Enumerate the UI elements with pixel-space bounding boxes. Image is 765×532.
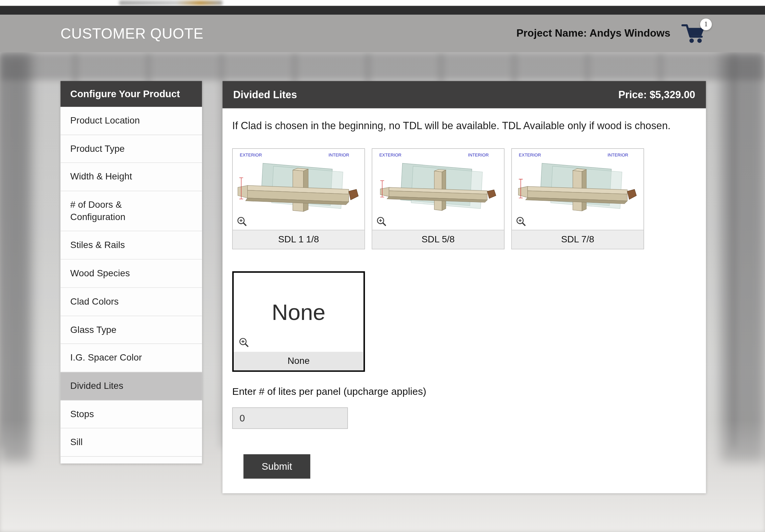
option-card-sdl-7-8[interactable]: EXTERIOR INTERIOR SDL 7/8 xyxy=(511,149,644,250)
interior-label: INTERIOR xyxy=(329,153,349,158)
sdl-drawing: EXTERIOR INTERIOR xyxy=(233,149,365,230)
background-left-frame xyxy=(0,53,31,462)
lites-per-panel-input[interactable] xyxy=(232,407,348,429)
sdl-drawing: EXTERIOR INTERIOR xyxy=(512,149,643,230)
none-display-text: None xyxy=(272,299,325,325)
sdl-drawing: EXTERIOR INTERIOR xyxy=(372,149,504,230)
sdl-options-row: EXTERIOR INTERIOR SDL 1 1/8 xyxy=(232,149,695,250)
option-label: SDL 1 1/8 xyxy=(233,230,365,249)
option-label: None xyxy=(234,352,364,370)
sidebar-title: Configure Your Product xyxy=(61,81,202,107)
project-name-label: Project Name: Andys Windows xyxy=(516,27,670,40)
sidebar-item-ig-spacer-color[interactable]: I.G. Spacer Color xyxy=(61,344,202,372)
option-card-sdl-5-8[interactable]: EXTERIOR INTERIOR SDL 5/8 xyxy=(372,149,505,250)
exterior-label: EXTERIOR xyxy=(240,153,262,158)
site-logo xyxy=(119,0,223,5)
exterior-label: EXTERIOR xyxy=(519,153,541,158)
cart-button[interactable]: 1 xyxy=(681,22,707,45)
panel-title: Divided Lites xyxy=(233,89,297,101)
header-bar: CUSTOMER QUOTE Project Name: Andys Windo… xyxy=(0,15,765,52)
sdl-cross-section-drawing: EXTERIOR INTERIOR xyxy=(512,149,643,230)
sidebar-items: Product Location Product Type Width & He… xyxy=(61,107,202,463)
exterior-label: EXTERIOR xyxy=(379,153,401,158)
sidebar-item-width-height[interactable]: Width & Height xyxy=(61,163,202,192)
page: CUSTOMER QUOTE Project Name: Andys Windo… xyxy=(0,0,765,532)
cart-count-badge: 1 xyxy=(700,18,712,30)
tdl-description: If Clad is chosen in the beginning, no T… xyxy=(232,119,681,134)
sidebar-item-wood-species[interactable]: Wood Species xyxy=(61,260,202,288)
sidebar-item-stops[interactable]: Stops xyxy=(61,400,202,429)
divided-lites-panel: Divided Lites Price: $5,329.00 If Clad i… xyxy=(222,81,706,493)
sidebar-item-product-type[interactable]: Product Type xyxy=(61,135,202,164)
zoom-in-icon[interactable] xyxy=(516,217,526,227)
sidebar-item-stiles-rails[interactable]: Stiles & Rails xyxy=(61,232,202,260)
panel-body: If Clad is chosen in the beginning, no T… xyxy=(222,108,706,493)
sidebar-item-product-location[interactable]: Product Location xyxy=(61,107,202,135)
submit-button[interactable]: Submit xyxy=(243,454,310,479)
configure-sidebar: Configure Your Product Product Location … xyxy=(61,81,202,463)
price-label: Price: $5,329.00 xyxy=(618,89,695,101)
top-dark-bar xyxy=(0,6,765,15)
interior-label: INTERIOR xyxy=(607,153,628,158)
zoom-in-icon[interactable] xyxy=(239,337,249,348)
option-label: SDL 5/8 xyxy=(372,230,504,249)
sidebar-item-glass-type[interactable]: Glass Type xyxy=(61,316,202,344)
interior-label: INTERIOR xyxy=(468,153,489,158)
sidebar-item-divided-lites[interactable]: Divided Lites xyxy=(61,372,202,400)
sdl-cross-section-drawing: EXTERIOR INTERIOR xyxy=(372,149,504,230)
lites-per-panel-label: Enter # of lites per panel (upcharge app… xyxy=(232,385,695,397)
sidebar-item-doors-configuration[interactable]: # of Doors & Configuration xyxy=(61,192,202,232)
option-card-sdl-1-1-8[interactable]: EXTERIOR INTERIOR SDL 1 1/8 xyxy=(232,149,365,250)
panel-header: Divided Lites Price: $5,329.00 xyxy=(222,81,706,108)
sdl-cross-section-drawing: EXTERIOR INTERIOR xyxy=(233,149,365,230)
zoom-in-icon[interactable] xyxy=(237,217,247,227)
none-drawing: None xyxy=(234,273,364,352)
sidebar-item-sill[interactable]: Sill xyxy=(61,428,202,457)
option-label: SDL 7/8 xyxy=(512,230,643,249)
sidebar-item-clad-colors[interactable]: Clad Colors xyxy=(61,287,202,316)
page-title: CUSTOMER QUOTE xyxy=(61,25,516,42)
background-right-frame xyxy=(721,53,765,462)
zoom-in-icon[interactable] xyxy=(376,217,387,227)
option-card-none-selected[interactable]: None None xyxy=(232,271,365,372)
top-strip xyxy=(0,0,765,6)
